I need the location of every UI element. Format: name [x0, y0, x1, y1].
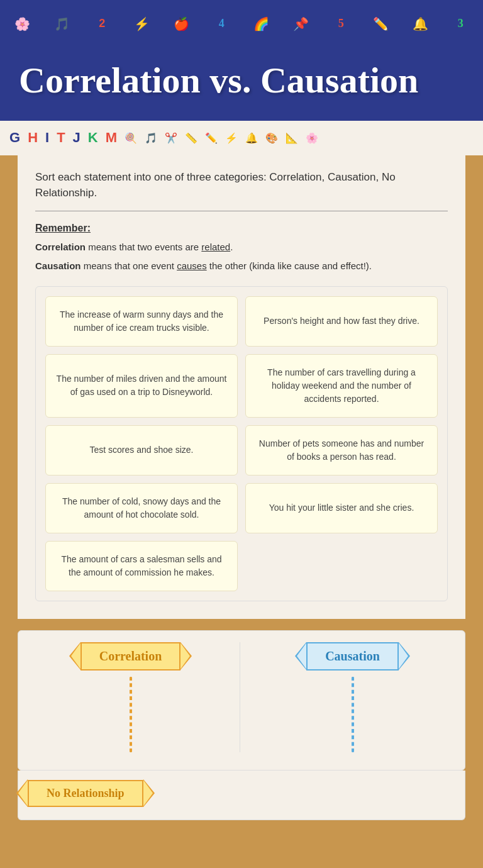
list-item[interactable]: The number of miles driven and the amoun…	[45, 354, 238, 418]
correlation-column: Correlation	[28, 642, 233, 752]
list-item[interactable]: The increase of warm sunny days and the …	[45, 296, 238, 347]
doodle-cell: ⚡	[123, 3, 161, 44]
doodle-icon: 📐	[286, 132, 298, 144]
ribbon-right-arrow-inner	[180, 642, 190, 670]
divider	[35, 211, 448, 211]
doodle-icon: ⚡	[225, 132, 238, 144]
doodle-strip-bottom: G H I T J K M 🍭 🎵 ✂️ 📏 ✏️ ⚡ 🔔 🎨 📐 🌸	[0, 121, 483, 155]
causation-end: the other (kinda like cause and effect!)…	[207, 260, 372, 271]
doodle-cell: 🌈	[242, 3, 280, 44]
correlation-label: Correlation	[80, 642, 181, 670]
correlation-rest: means that two events are	[88, 242, 201, 252]
instruction-text: Sort each statement into one of three ca…	[35, 169, 448, 201]
causation-column: Causation	[240, 642, 455, 752]
causation-drop-zone[interactable]	[352, 677, 354, 752]
correlation-drop-zone[interactable]	[130, 677, 132, 752]
no-relationship-label: No Relationship	[28, 780, 143, 807]
sort-section: Correlation Causation	[18, 630, 465, 771]
main-content: Sort each statement into one of three ca…	[18, 155, 465, 619]
list-item[interactable]: Person's height and how fast they drive.	[245, 296, 438, 347]
doodle-letter: T	[57, 130, 65, 146]
empty-cell	[245, 541, 438, 591]
correlation-definition: Correlation means that two events are re…	[35, 240, 448, 255]
list-item[interactable]: You hit your little sister and she cries…	[245, 483, 438, 533]
correlation-ribbon-wrapper: Correlation	[80, 642, 181, 670]
doodle-icon: 🎨	[265, 132, 278, 144]
doodle-cell: 🔔	[401, 3, 440, 44]
correlation-underline: related	[201, 242, 230, 252]
doodle-letter: I	[45, 130, 49, 146]
causation-definition: Causation means that one event causes th…	[35, 259, 448, 274]
list-item[interactable]: The number of cold, snowy days and the a…	[45, 483, 238, 533]
doodle-cell: 🍎	[162, 3, 201, 44]
list-item[interactable]: Number of pets someone has and number of…	[245, 425, 438, 476]
correlation-end: .	[230, 242, 233, 252]
doodle-cell: 2	[83, 3, 121, 44]
doodle-letter: J	[73, 130, 80, 146]
page-wrapper: 🌸 🎵 2 ⚡ 🍎 4 🌈 📌 5 ✏️ 🔔 3 Correlation vs.…	[0, 0, 483, 868]
causation-ribbon-right-arrow-inner	[398, 642, 408, 670]
doodle-cell: ✏️	[362, 3, 400, 44]
doodle-cell: 📌	[282, 3, 320, 44]
doodle-cell: 5	[322, 3, 360, 44]
doodle-icon: ✂️	[165, 132, 177, 144]
doodle-cell: 3	[441, 3, 480, 44]
doodle-letter: H	[28, 130, 38, 146]
list-item[interactable]: Test scores and shoe size.	[45, 425, 238, 476]
causation-ribbon-wrapper: Causation	[306, 642, 399, 670]
no-rel-banner: No Relationship	[28, 780, 143, 807]
ribbon-left-arrow-inner	[71, 642, 81, 670]
doodle-strip-top: 🌸 🎵 2 ⚡ 🍎 4 🌈 📌 5 ✏️ 🔔 3	[0, 0, 483, 47]
causation-ribbon-left-arrow-inner	[297, 642, 307, 670]
causation-rest: means that one event	[84, 260, 177, 271]
norel-right-arrow-inner	[143, 779, 153, 807]
no-rel-ribbon-wrapper: No Relationship	[28, 780, 455, 807]
list-item[interactable]: The amount of cars a salesman sells and …	[45, 541, 238, 591]
doodle-letter: K	[88, 130, 98, 146]
doodle-cell: 🎵	[43, 3, 81, 44]
remember-label: Remember:	[35, 223, 448, 234]
page-title: Correlation vs. Causation	[19, 60, 464, 102]
doodle-icon: 📏	[185, 132, 197, 144]
cards-container: The increase of warm sunny days and the …	[35, 286, 448, 601]
norel-left-arrow-inner	[18, 779, 28, 807]
causation-bold: Causation	[35, 260, 81, 271]
doodle-icon: 🎵	[145, 132, 157, 144]
causation-underline: causes	[177, 260, 207, 271]
causation-label: Causation	[306, 642, 399, 670]
doodle-icon: 🍭	[125, 132, 137, 144]
doodle-letter: G	[9, 130, 20, 146]
doodle-cell: 🌸	[3, 3, 42, 44]
doodle-icon: 🌸	[306, 132, 318, 144]
doodle-icon: ✏️	[205, 132, 218, 144]
list-item[interactable]: The number of cars travelling during a h…	[245, 354, 438, 418]
correlation-bold: Correlation	[35, 242, 86, 252]
doodle-cell: 4	[203, 3, 241, 44]
doodle-letter: M	[106, 130, 117, 146]
sort-header-row: Correlation Causation	[28, 642, 455, 752]
doodle-icon: 🔔	[245, 132, 258, 144]
header-title-area: Correlation vs. Causation	[0, 47, 483, 121]
no-relationship-section: No Relationship	[18, 771, 465, 820]
header-banner: 🌸 🎵 2 ⚡ 🍎 4 🌈 📌 5 ✏️ 🔔 3 Correlation vs.…	[0, 0, 483, 155]
